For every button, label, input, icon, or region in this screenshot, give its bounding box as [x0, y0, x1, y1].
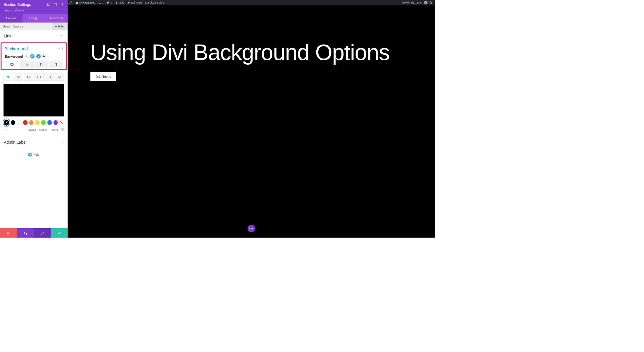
bg-type-image[interactable]	[24, 73, 33, 81]
palette-tab-saved[interactable]: Saved	[28, 128, 36, 131]
admin-label-label: Admin Label	[4, 140, 27, 145]
svg-point-8	[62, 48, 63, 49]
avatar[interactable]	[424, 1, 427, 4]
builder-fab[interactable]	[248, 225, 255, 232]
svg-point-19	[28, 76, 28, 77]
bg-type-color[interactable]	[4, 73, 13, 81]
accordion-link[interactable]: Link	[0, 30, 68, 42]
hero-section[interactable]: Using Divi Background Options Join Today	[90, 41, 420, 81]
dots-vertical-icon[interactable]	[62, 47, 63, 50]
filter-button[interactable]: Filter	[52, 23, 68, 30]
palette-tab-global[interactable]: Global	[39, 128, 47, 131]
device-phone[interactable]	[49, 61, 63, 68]
search-input[interactable]	[0, 23, 52, 30]
exit-vb-label: Exit Visual Builder	[145, 1, 165, 4]
site-name[interactable]: My Great Blog	[74, 0, 97, 5]
background-label-row: Background ?	[1, 53, 66, 61]
bg-type-video[interactable]	[34, 73, 44, 81]
hero-heading: Using Divi Background Options	[90, 41, 420, 64]
swatch-white[interactable]	[17, 120, 22, 125]
device-desktop[interactable]	[5, 61, 19, 68]
snap-icon[interactable]	[47, 3, 50, 6]
new-content[interactable]: New	[114, 0, 126, 5]
bg-type-pattern[interactable]	[44, 73, 54, 81]
chevron-down-icon	[61, 34, 64, 37]
svg-point-25	[48, 77, 49, 78]
wp-logo[interactable]	[68, 0, 74, 5]
swatch-none[interactable]	[59, 120, 64, 125]
svg-point-6	[62, 5, 63, 6]
cancel-button[interactable]	[0, 228, 17, 238]
svg-rect-16	[55, 63, 56, 66]
bg-type-gradient[interactable]	[14, 73, 23, 81]
color-picker-button[interactable]	[4, 119, 9, 126]
swatch-row	[0, 119, 68, 126]
home-icon	[75, 1, 78, 4]
search-icon[interactable]	[429, 1, 432, 4]
edit-page[interactable]: Edit Page	[126, 0, 143, 5]
eyedropper-icon	[5, 121, 8, 124]
swatch-black[interactable]	[11, 120, 16, 125]
help-link[interactable]: ? Help	[0, 148, 68, 162]
reset-icon[interactable]	[42, 54, 46, 59]
svg-point-23	[49, 76, 49, 77]
plus-icon	[115, 1, 118, 4]
mask-icon	[58, 75, 61, 79]
save-button[interactable]	[51, 228, 68, 238]
help-icon: ?	[28, 153, 32, 157]
dots-vertical-icon[interactable]	[48, 54, 49, 58]
svg-rect-15	[40, 63, 42, 66]
svg-point-12	[48, 56, 49, 56]
undo-button[interactable]	[17, 228, 34, 238]
swatch-blue[interactable]	[47, 120, 52, 125]
swatch-yellow[interactable]	[35, 120, 40, 125]
background-section-header[interactable]: Background	[1, 43, 66, 53]
comments-count: 0	[111, 1, 112, 4]
panel-header: Section Settings	[0, 0, 68, 9]
bg-type-mask[interactable]	[55, 73, 64, 81]
svg-point-7	[62, 47, 63, 48]
palette-tabs: Saved Global Recent	[0, 126, 68, 134]
palette-settings[interactable]	[61, 128, 64, 132]
settings-panel: Section Settings Preset: Default Content…	[0, 0, 68, 238]
preset-selector[interactable]: Preset: Default	[0, 9, 68, 14]
howdy-label[interactable]: Howdy, dee35007	[402, 1, 422, 4]
tab-design[interactable]: Design	[23, 14, 45, 23]
desktop-pill-icon[interactable]	[30, 54, 35, 59]
panel-title: Section Settings	[4, 2, 31, 7]
palette-tab-recent[interactable]: Recent	[49, 128, 58, 131]
preset-label: Preset: Default	[4, 9, 21, 12]
tab-content[interactable]: Content	[0, 14, 23, 23]
check-icon	[57, 231, 61, 235]
device-hover[interactable]	[20, 61, 34, 68]
dots-vertical-icon[interactable]	[61, 3, 64, 6]
color-preview[interactable]	[4, 84, 64, 116]
redo-button[interactable]	[34, 228, 51, 238]
svg-point-26	[49, 77, 49, 78]
exit-visual-builder[interactable]: Exit Visual Builder	[143, 0, 166, 5]
comments[interactable]: 0	[105, 0, 114, 5]
svg-rect-21	[48, 76, 50, 78]
wordpress-icon	[69, 1, 72, 4]
swatch-red[interactable]	[23, 120, 28, 125]
swatch-green[interactable]	[41, 120, 46, 125]
hover-pill-icon[interactable]	[36, 54, 41, 59]
more-swatches-icon[interactable]	[4, 129, 9, 130]
help-label: Help	[33, 153, 40, 156]
svg-point-22	[48, 76, 49, 77]
tab-advanced[interactable]: Advanced	[45, 14, 68, 23]
layout-icon[interactable]	[54, 3, 57, 6]
paint-bucket-icon	[6, 75, 10, 79]
swatch-orange[interactable]	[29, 120, 34, 125]
site-name-label: My Great Blog	[79, 1, 95, 4]
updates[interactable]: 1	[97, 0, 105, 5]
help-icon[interactable]: ?	[25, 54, 28, 58]
svg-rect-10	[32, 56, 33, 57]
image-icon	[27, 75, 31, 79]
device-tablet[interactable]	[35, 61, 48, 68]
cta-button[interactable]: Join Today	[90, 72, 116, 81]
accordion-admin-label[interactable]: Admin Label	[0, 137, 68, 148]
swatch-purple[interactable]	[53, 120, 58, 125]
panel-tabs: Content Design Advanced	[0, 14, 68, 23]
svg-point-1	[430, 1, 432, 3]
